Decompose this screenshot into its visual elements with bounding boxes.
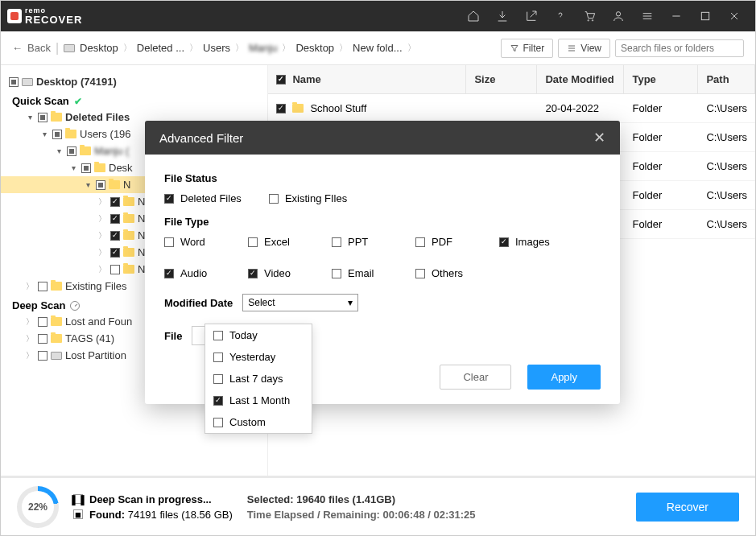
drive-icon (22, 78, 33, 86)
select-all-checkbox[interactable] (276, 75, 286, 85)
check-excel[interactable]: Excel (248, 236, 304, 248)
check-pdf[interactable]: PDF (415, 236, 472, 248)
back-button[interactable]: ← Back (12, 42, 51, 54)
arrow-left-icon: ← (12, 42, 23, 54)
row-checkbox[interactable] (276, 104, 286, 113)
svg-point-2 (616, 12, 620, 16)
progress-ring: 22% (17, 486, 59, 528)
dd-last-1-month[interactable]: Last 1 Month (205, 390, 312, 411)
crumb-2[interactable]: Users〉 (203, 42, 244, 54)
check-video[interactable]: Video (248, 267, 304, 279)
check-icon: ✔ (74, 96, 82, 107)
close-icon[interactable] (720, 1, 749, 31)
view-button[interactable]: View (558, 39, 610, 58)
col-date[interactable]: Date Modified (537, 65, 624, 93)
search-input[interactable] (615, 39, 744, 57)
selected-value: 19640 files (1.41GB) (296, 493, 395, 505)
crumb-1[interactable]: Deleted ...〉 (137, 42, 198, 54)
tree-root[interactable]: Desktop (74191) (1, 73, 267, 90)
recover-button[interactable]: Recover (636, 493, 739, 522)
file-type-label: File Type (164, 216, 601, 228)
download-icon[interactable] (488, 1, 517, 31)
check-others[interactable]: Others (415, 267, 472, 279)
maximize-icon[interactable] (691, 1, 720, 31)
folder-icon (292, 104, 304, 113)
modal-close-icon[interactable]: ✕ (593, 130, 605, 145)
back-label: Back (27, 42, 51, 54)
clear-button[interactable]: Clear (440, 365, 511, 390)
dd-yesterday[interactable]: Yesterday (205, 346, 312, 368)
svg-point-1 (592, 20, 593, 21)
export-icon[interactable] (517, 1, 546, 31)
check-email[interactable]: Email (332, 267, 388, 279)
svg-rect-3 (701, 12, 708, 19)
modified-date-select[interactable]: Select▾ (242, 294, 358, 311)
time-value: 00:06:48 / 02:31:25 (383, 509, 476, 521)
file-status-label: File Status (164, 172, 601, 184)
dd-custom[interactable]: Custom (205, 411, 312, 433)
col-size[interactable]: Size (466, 65, 537, 93)
logo-icon (7, 9, 22, 23)
user-icon[interactable] (604, 1, 633, 31)
modified-date-dropdown: Today Yesterday Last 7 days Last 1 Month… (204, 324, 312, 434)
col-type[interactable]: Type (624, 65, 698, 93)
drive-icon (64, 44, 75, 52)
check-audio[interactable]: Audio (164, 267, 221, 279)
check-word[interactable]: Word (164, 236, 221, 248)
table-header: Name Size Date Modified Type Path (268, 65, 755, 94)
check-deleted-files[interactable]: Deleted Files (164, 192, 242, 204)
stop-icon[interactable]: ■ (73, 509, 83, 519)
dd-today[interactable]: Today (205, 324, 312, 346)
progress-percent: 22% (28, 501, 48, 513)
pause-icon[interactable]: ❚❚ (73, 494, 83, 504)
col-path[interactable]: Path (698, 65, 755, 93)
found-value: 74191 files (18.56 GB) (128, 509, 233, 521)
menu-icon[interactable] (633, 1, 662, 31)
titlebar: remo RECOVER (1, 1, 755, 31)
chevron-down-icon: ▾ (348, 297, 353, 308)
cart-icon[interactable] (575, 1, 604, 31)
file-size-label: File (164, 330, 182, 342)
quick-scan-label: Quick Scan✔ (1, 90, 267, 109)
status-footer: 22% ❚❚Deep Scan in progress... ■Found: 7… (1, 476, 755, 535)
check-ppt[interactable]: PPT (332, 236, 388, 248)
clock-icon (70, 301, 80, 311)
svg-point-0 (588, 20, 589, 21)
search-field[interactable] (621, 43, 742, 54)
folder-icon (51, 113, 62, 122)
breadcrumb-bar: ← Back | Desktop〉 Deleted ...〉 Users〉 Ma… (1, 31, 755, 65)
help-icon[interactable] (546, 1, 575, 31)
crumb-0[interactable]: Desktop〉 (64, 42, 132, 54)
crumb-3[interactable]: Manju〉 (249, 42, 291, 54)
crumb-5[interactable]: New fold...〉 (353, 42, 415, 54)
minimize-icon[interactable] (662, 1, 691, 31)
check-existing-files[interactable]: Existing FIles (269, 192, 347, 204)
crumb-4[interactable]: Desktop〉 (295, 42, 348, 54)
modified-date-label: Modified Date (164, 297, 233, 309)
filter-button[interactable]: Filter (501, 39, 554, 58)
app-logo: remo RECOVER (7, 7, 82, 25)
modal-title: Advanced Filter (159, 131, 243, 145)
dd-last-7-days[interactable]: Last 7 days (205, 368, 312, 390)
home-icon[interactable] (459, 1, 488, 31)
brand-bottom: RECOVER (25, 14, 82, 25)
apply-button[interactable]: Apply (527, 365, 601, 390)
table-row[interactable]: School Stuff 20-04-2022 Folder C:\Users (268, 94, 755, 123)
scan-status: Deep Scan in progress... (89, 493, 212, 505)
check-images[interactable]: Images (499, 236, 556, 248)
